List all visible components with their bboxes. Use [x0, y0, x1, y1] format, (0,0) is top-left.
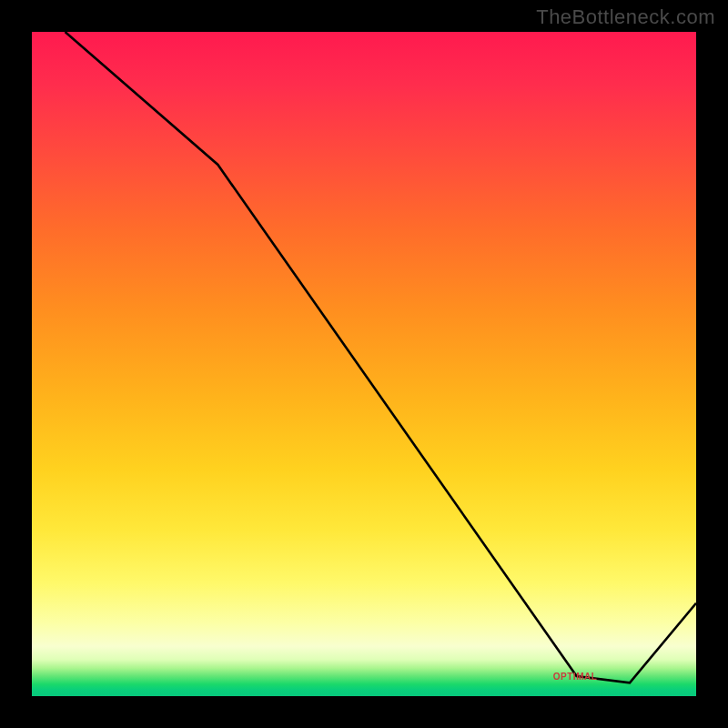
chart-frame: TheBottleneck.com OPTIMAL	[0, 0, 728, 728]
watermark-text: TheBottleneck.com	[536, 5, 715, 29]
plot-area: OPTIMAL	[32, 32, 696, 696]
optimal-label: OPTIMAL	[553, 672, 598, 682]
bottleneck-line-chart	[32, 32, 696, 696]
bottleneck-curve-path	[66, 32, 697, 682]
